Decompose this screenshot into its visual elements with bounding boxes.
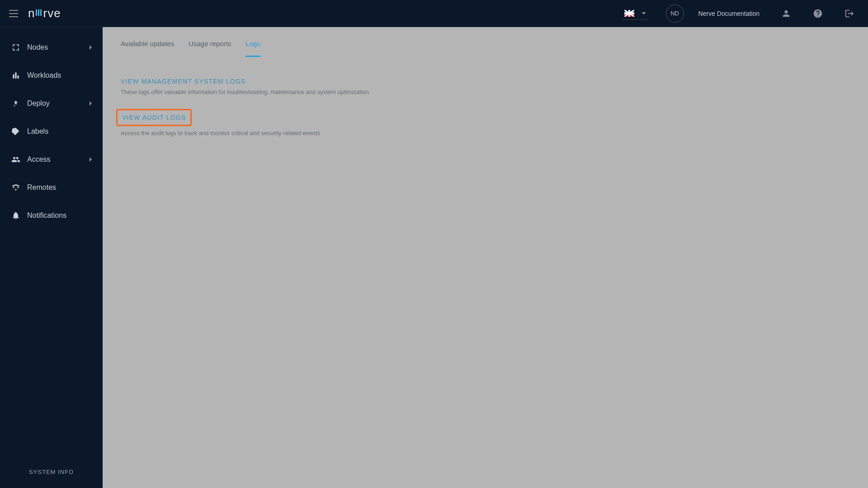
sidebar-item-deploy[interactable]: Deploy	[0, 89, 103, 117]
sidebar-item-label: Workloads	[27, 71, 61, 80]
nodes-icon	[11, 42, 21, 52]
documentation-link[interactable]: Nerve Documentation	[698, 10, 760, 17]
tabs: Available updates Usage reports Logs	[103, 27, 868, 57]
user-icon[interactable]	[781, 9, 791, 19]
sidebar-item-label: Labels	[27, 127, 48, 136]
section-description: These logs offer valuable information fo…	[121, 89, 850, 95]
view-management-logs-link[interactable]: VIEW MANAGEMENT SYSTEM LOGS	[121, 78, 245, 85]
sidebar-item-label: Deploy	[27, 99, 50, 108]
chevron-right-icon	[90, 101, 92, 106]
sidebar-item-remotes[interactable]: Remotes	[0, 174, 103, 202]
flag-icon	[624, 10, 634, 17]
sidebar-item-label: Nodes	[27, 43, 48, 52]
sidebar-item-label: Access	[27, 155, 51, 164]
menu-toggle-button[interactable]	[9, 8, 20, 19]
sidebar-item-label: Notifications	[27, 211, 66, 220]
logo[interactable]: n rve	[28, 6, 61, 20]
labels-icon	[11, 127, 21, 136]
deploy-icon	[11, 99, 21, 108]
chevron-down-icon	[642, 12, 646, 14]
help-icon[interactable]	[813, 9, 823, 19]
avatar[interactable]: ND	[666, 5, 684, 23]
chevron-right-icon	[90, 157, 92, 162]
system-info-button[interactable]: SYSTEM INFO	[0, 460, 103, 488]
section-management-logs: VIEW MANAGEMENT SYSTEM LOGS These logs o…	[121, 77, 850, 95]
language-selector[interactable]	[623, 7, 648, 20]
header: n rve ND Nerve Documentation	[0, 0, 868, 27]
sidebar-item-access[interactable]: Access	[0, 145, 103, 174]
workloads-icon	[11, 70, 21, 80]
sidebar-item-nodes[interactable]: Nodes	[0, 33, 103, 61]
main-content: Available updates Usage reports Logs VIE…	[103, 27, 868, 488]
chevron-right-icon	[90, 45, 92, 50]
tab-available-updates[interactable]: Available updates	[121, 27, 174, 57]
access-icon	[11, 155, 21, 164]
sidebar: Nodes Workloads Deploy Labels	[0, 27, 103, 488]
logout-icon[interactable]	[844, 9, 854, 19]
view-audit-logs-link[interactable]: VIEW AUDIT LOGS	[116, 109, 192, 126]
notifications-icon	[11, 211, 21, 221]
sidebar-item-label: Remotes	[27, 183, 56, 192]
tab-logs[interactable]: Logs	[245, 27, 260, 57]
sidebar-item-labels[interactable]: Labels	[0, 117, 103, 145]
tab-usage-reports[interactable]: Usage reports	[189, 27, 231, 57]
remotes-icon	[11, 183, 21, 192]
section-audit-logs: VIEW AUDIT LOGS Access the audit logs to…	[121, 109, 850, 136]
sidebar-item-notifications[interactable]: Notifications	[0, 202, 103, 230]
sidebar-item-workloads[interactable]: Workloads	[0, 61, 103, 89]
section-description: Access the audit logs to track and monit…	[121, 130, 850, 136]
